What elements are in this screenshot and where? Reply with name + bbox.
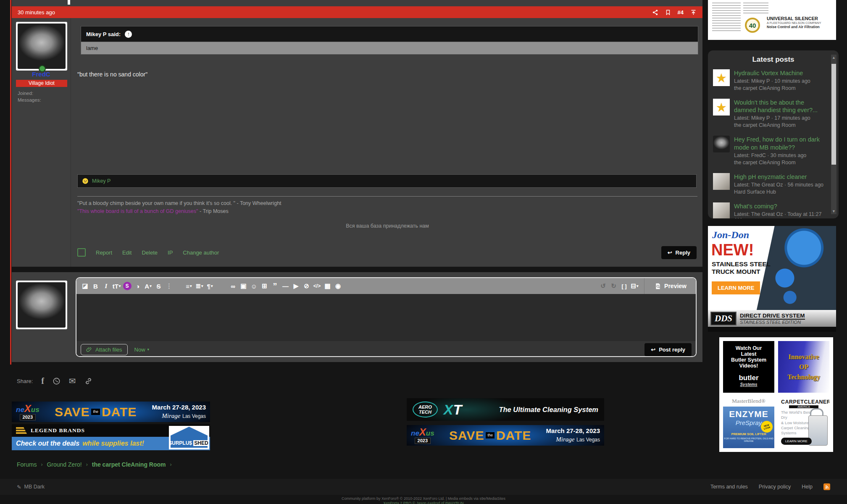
thread-forum[interactable]: the carpet CleAning Room bbox=[734, 160, 828, 165]
xenporta-link[interactable]: XenPorta 2 PRO © Jason Axelrod of 8WAYRU… bbox=[383, 501, 464, 504]
paragraph-format-icon[interactable]: ¶▾ bbox=[205, 281, 215, 291]
copy-link-icon[interactable] bbox=[84, 377, 92, 385]
learn-more-button[interactable]: LEARN MORE bbox=[781, 438, 812, 445]
learn-more-button[interactable]: LEARN MORE bbox=[712, 281, 760, 294]
ad-innovative-op-technology[interactable]: Innovative OP Technology bbox=[778, 341, 829, 393]
bold-icon[interactable]: B bbox=[90, 281, 101, 291]
quote-header[interactable]: Mikey P said: ↑ bbox=[81, 26, 698, 42]
email-icon[interactable]: ✉ bbox=[69, 376, 76, 386]
thread-title[interactable]: Hey Fred, how do I turn on dark mode on … bbox=[734, 136, 828, 151]
collapsed-quote[interactable]: Mikey P bbox=[77, 174, 697, 188]
drafts-icon[interactable]: ⊟▾ bbox=[629, 281, 640, 291]
camera-icon[interactable]: ◉ bbox=[333, 281, 343, 291]
schedule-dropdown[interactable]: Now▾ bbox=[134, 346, 150, 353]
delete-link[interactable]: Delete bbox=[142, 249, 158, 256]
thread-title[interactable]: Hydraulic Vortex Machine bbox=[734, 69, 810, 77]
ip-link[interactable]: IP bbox=[168, 249, 173, 256]
signature-link[interactable]: "This whole board is full of a bunch of … bbox=[77, 208, 198, 214]
ad-butler-videos[interactable]: Watch Our Latest Butler System Videos! b… bbox=[723, 341, 774, 393]
ad-universal-silencer[interactable]: 40 UNIVERSAL SILENCER A FLEETGUARD NELSO… bbox=[708, 0, 836, 40]
text-color-icon[interactable]: ◑ bbox=[132, 281, 143, 291]
latest-post-item[interactable]: ★ Wouldn't this be about the damned hand… bbox=[708, 95, 839, 132]
emoji-icon[interactable]: ☺ bbox=[249, 281, 259, 291]
collapsed-quote-author[interactable]: Mikey P bbox=[92, 178, 110, 184]
insert-table-icon[interactable]: ▦ bbox=[322, 281, 333, 291]
whatsapp-icon[interactable] bbox=[53, 377, 60, 385]
breadcrumb-forums[interactable]: Forums bbox=[17, 461, 37, 468]
scroll-up-icon[interactable]: ▲ bbox=[831, 55, 836, 60]
style-chooser[interactable]: ✎ MB Dark bbox=[17, 484, 45, 490]
special-style-icon[interactable]: S bbox=[122, 281, 132, 291]
ad-legend-brands-surplus-shed[interactable]: LEGEND BRANDS Check out the deals while … bbox=[12, 424, 210, 450]
bookmark-icon[interactable] bbox=[665, 9, 671, 16]
scrollbar-thumb[interactable] bbox=[831, 64, 836, 165]
thread-forum[interactable]: the carpet CleAning Room bbox=[734, 122, 828, 128]
latest-post-item[interactable]: Hey Fred, how do I turn on dark mode on … bbox=[708, 132, 839, 169]
latest-post-item[interactable]: What's coming? Latest: The Great Oz · To… bbox=[708, 199, 839, 218]
author-avatar[interactable] bbox=[16, 22, 67, 71]
ad-aero-tech-xt[interactable]: AEROTECH XT The Ultimate Cleaning System bbox=[407, 398, 604, 421]
share-post-icon[interactable] bbox=[652, 9, 658, 16]
latest-post-item[interactable]: ★ Hydraulic Vortex Machine Latest: Mikey… bbox=[708, 66, 839, 95]
spoiler-icon[interactable]: ⊘ bbox=[301, 281, 312, 291]
help-link[interactable]: Help bbox=[802, 484, 813, 490]
thread-forum[interactable]: Hard Surface Hub bbox=[734, 189, 823, 195]
bbcode-toggle-icon[interactable]: [ ] bbox=[619, 281, 629, 291]
terms-link[interactable]: Terms and rules bbox=[710, 484, 748, 490]
italic-icon[interactable]: I bbox=[101, 281, 111, 291]
scroll-down-icon[interactable]: ▼ bbox=[831, 209, 836, 213]
editor-textarea[interactable] bbox=[76, 294, 696, 341]
media-gallery-icon[interactable]: ⊞ bbox=[259, 281, 270, 291]
ad-carpet-cleaner-america[interactable]: CARPETCLEANER AMERICA The World's Best D… bbox=[778, 396, 829, 448]
forum-page: 30 minutes ago #4 FredC Village Idiot Jo… bbox=[0, 0, 847, 504]
undo-icon[interactable]: ↺ bbox=[598, 281, 608, 291]
post-header-bar: 30 minutes ago #4 bbox=[12, 6, 702, 18]
breadcrumb-current-forum[interactable]: the carpet CleAning Room bbox=[92, 461, 166, 468]
breadcrumb-ground-zero[interactable]: Ground Zero! bbox=[47, 461, 82, 468]
select-post-checkbox[interactable] bbox=[77, 248, 86, 257]
ad-nexus-save-the-date-2[interactable]: neXus 2023 SAVE the DATE March 27-28, 20… bbox=[407, 425, 604, 446]
more-options-icon[interactable]: ⋮ bbox=[164, 281, 174, 291]
cca-logo-sub: AMERICA bbox=[789, 405, 818, 408]
post-reply-button[interactable]: ↩ Post reply bbox=[644, 343, 692, 356]
insert-link-icon[interactable]: ∞ bbox=[228, 281, 238, 291]
facebook-icon[interactable]: f bbox=[41, 376, 44, 386]
rss-icon[interactable] bbox=[823, 483, 830, 490]
latest-post-item[interactable]: High pH enyzmatic cleaner Latest: The Gr… bbox=[708, 169, 839, 199]
thread-title[interactable]: Wouldn't this be about the damned handie… bbox=[734, 99, 828, 114]
insert-quote-icon[interactable]: ” bbox=[270, 281, 280, 291]
edit-link[interactable]: Edit bbox=[122, 249, 132, 256]
goto-quoted-post-icon[interactable]: ↑ bbox=[125, 31, 132, 38]
attach-files-button[interactable]: Attach files bbox=[81, 344, 128, 355]
font-family-icon[interactable]: A▾ bbox=[143, 281, 153, 291]
privacy-link[interactable]: Privacy policy bbox=[759, 484, 791, 490]
alignment-icon[interactable]: ≣▾ bbox=[194, 281, 205, 291]
thread-title[interactable]: High pH enyzmatic cleaner bbox=[734, 173, 823, 181]
change-author-link[interactable]: Change author bbox=[183, 249, 219, 256]
ad-jon-don-truck-mount[interactable]: Jon-Don NEW! STAINLESS STEEL TRUCK MOUNT… bbox=[708, 226, 836, 332]
widget-scrollbar[interactable]: ▲ ▼ bbox=[831, 55, 836, 214]
current-user-avatar[interactable] bbox=[16, 281, 67, 329]
post-number[interactable]: #4 bbox=[678, 9, 684, 16]
jump-to-top-icon[interactable] bbox=[690, 9, 697, 16]
report-link[interactable]: Report bbox=[96, 249, 112, 256]
author-name-link[interactable]: FredC bbox=[12, 71, 71, 78]
horizontal-rule-icon[interactable]: — bbox=[280, 281, 291, 291]
ad-tagline: Noise Control and Air Filtration bbox=[767, 25, 833, 29]
thread-forum[interactable]: the carpet CleAning Room bbox=[734, 85, 810, 91]
preview-button[interactable]: Preview bbox=[649, 278, 692, 294]
code-icon[interactable]: </> bbox=[312, 281, 322, 291]
ad-masterblend-enzyme[interactable]: MasterBlend® ENZYME PreSpray NEW LOOK PR… bbox=[723, 396, 774, 448]
font-size-icon[interactable]: tT▾ bbox=[111, 281, 122, 291]
ad-nexus-save-the-date[interactable]: neXus 2023 SAVE the DATE March 27-28, 20… bbox=[12, 402, 210, 422]
insert-image-icon[interactable]: ▣ bbox=[238, 281, 249, 291]
preview-icon bbox=[655, 283, 661, 290]
reply-button[interactable]: ↩ Reply bbox=[661, 246, 697, 259]
redo-icon[interactable]: ↻ bbox=[608, 281, 619, 291]
thread-title[interactable]: What's coming? bbox=[734, 202, 828, 210]
list-icon[interactable]: ≡▾ bbox=[184, 281, 194, 291]
remove-format-icon[interactable]: ◪ bbox=[80, 281, 90, 291]
sticky-star-icon: ★ bbox=[713, 99, 730, 116]
strikethrough-icon[interactable]: S bbox=[153, 281, 164, 291]
media-embed-icon[interactable]: ▶ bbox=[291, 281, 301, 291]
